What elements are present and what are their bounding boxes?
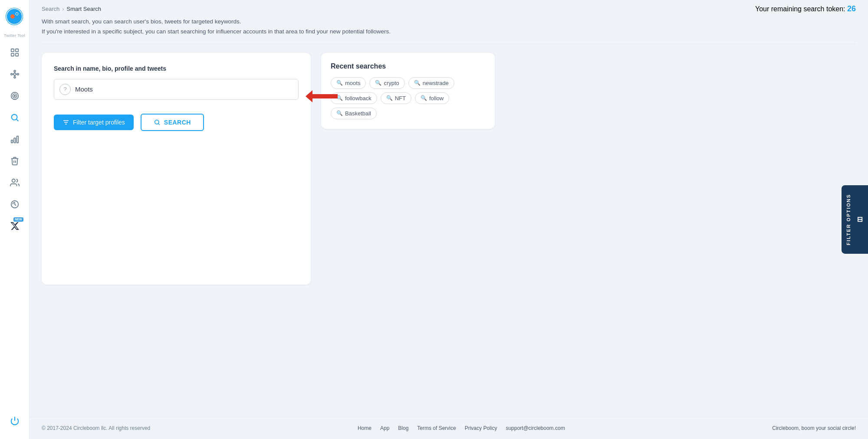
footer-link[interactable]: Privacy Policy [465, 425, 497, 431]
x-icon [10, 221, 20, 231]
tag-label: crypto [384, 80, 399, 86]
content-spacer [30, 285, 868, 417]
tag-label: Basketball [345, 110, 371, 117]
divider [42, 44, 856, 44]
new-badge: NEW [13, 217, 23, 222]
sidebar-logo-label: Twitter Tool [4, 33, 25, 38]
svg-rect-4 [11, 49, 13, 52]
svg-rect-23 [14, 138, 16, 143]
token-label: Your remaining search token: [755, 5, 845, 13]
sidebar-item-x[interactable]: NEW [5, 216, 24, 236]
search-input[interactable] [75, 85, 293, 93]
svg-point-31 [155, 120, 158, 124]
search-tag-icon: 🔍 [336, 80, 343, 86]
svg-rect-6 [11, 53, 13, 56]
svg-point-12 [14, 77, 16, 79]
svg-rect-24 [16, 136, 18, 143]
footer-links: HomeAppBlogTerms of ServicePrivacy Polic… [358, 425, 565, 431]
svg-point-20 [11, 115, 17, 120]
sidebar-item-users[interactable] [5, 173, 24, 192]
search-input-question-icon: ? [59, 84, 71, 95]
search-btn-label: SEARCH [164, 119, 191, 126]
recent-search-tag[interactable]: 🔍followback [331, 92, 377, 104]
sidebar-item-target[interactable] [5, 86, 24, 105]
recent-search-tag[interactable]: 🔍crypto [369, 77, 404, 89]
svg-point-10 [17, 73, 19, 75]
recent-search-tag[interactable]: 🔍Basketball [331, 108, 377, 119]
description: With smart search, you can search user's… [30, 13, 868, 44]
footer: © 2017-2024 Circleboom llc. All rights r… [30, 417, 868, 439]
recent-searches-title: Recent searches [331, 62, 485, 70]
svg-rect-7 [15, 53, 18, 56]
footer-slogan: Circleboom, boom your social circle! [772, 425, 856, 431]
footer-link[interactable]: Terms of Service [417, 425, 456, 431]
search-card: Search in name, bio, profile and tweets … [42, 53, 311, 285]
recent-searches-tags: 🔍moots🔍crypto🔍newstrade🔍followback🔍NFT🔍f… [331, 77, 485, 119]
tag-label: newstrade [423, 80, 449, 86]
footer-link[interactable]: App [380, 425, 389, 431]
arrow-body [312, 94, 338, 98]
refresh-icon [10, 200, 20, 209]
svg-point-25 [12, 179, 15, 182]
token-info: Your remaining search token: 26 [755, 4, 856, 13]
recent-searches-card: Recent searches 🔍moots🔍crypto🔍newstrade🔍… [321, 53, 495, 129]
sidebar-item-analytics[interactable] [5, 130, 24, 149]
search-button[interactable]: SEARCH [141, 114, 204, 131]
svg-line-32 [158, 124, 160, 125]
svg-point-19 [14, 95, 15, 97]
breadcrumb-separator: › [62, 6, 64, 12]
filter-btn-label: Filter target profiles [73, 119, 125, 126]
sidebar-item-dashboard[interactable] [5, 43, 24, 62]
power-icon [10, 416, 20, 426]
svg-point-9 [10, 73, 12, 75]
description-line1: With smart search, you can search user's… [42, 17, 856, 27]
sidebar-item-delete[interactable] [5, 151, 24, 170]
footer-link[interactable]: Blog [398, 425, 408, 431]
arrow-indicator [312, 94, 338, 98]
content-area: Search in name, bio, profile and tweets … [30, 53, 868, 285]
footer-link[interactable]: support@circleboom.com [506, 425, 565, 431]
filter-target-profiles-button[interactable]: Filter target profiles [54, 115, 134, 130]
search-tag-icon: 🔍 [386, 95, 393, 101]
search-input-wrapper: ? [54, 79, 299, 100]
recent-search-tag[interactable]: 🔍newstrade [408, 77, 454, 89]
twitter-tool-logo-icon [5, 7, 24, 26]
search-card-title: Search in name, bio, profile and tweets [54, 65, 299, 72]
svg-point-11 [14, 70, 16, 72]
search-tag-icon: 🔍 [414, 80, 421, 86]
search-button-icon [154, 119, 161, 126]
sidebar-item-refresh[interactable] [5, 195, 24, 214]
delete-icon [10, 156, 20, 166]
filter-panel-icon: ⊟ [856, 216, 863, 224]
tag-label: followback [345, 95, 372, 102]
svg-point-2 [10, 14, 15, 19]
svg-point-8 [13, 73, 16, 75]
footer-link[interactable]: Home [358, 425, 372, 431]
recent-search-tag[interactable]: 🔍NFT [381, 92, 411, 104]
sidebar-logo[interactable]: Twitter Tool [2, 5, 27, 39]
tag-label: follow [429, 95, 444, 102]
network-icon [10, 69, 20, 79]
top-bar: Search › Smart Search Your remaining sea… [30, 0, 868, 13]
filter-icon [62, 119, 69, 126]
users-icon [10, 178, 20, 187]
recent-search-tag[interactable]: 🔍moots [331, 77, 366, 89]
filter-options-panel[interactable]: ⊟ FILTER OPTIONS [842, 185, 868, 254]
recent-search-tag[interactable]: 🔍follow [415, 92, 449, 104]
sidebar-item-power[interactable] [5, 411, 24, 430]
sidebar: Twitter Tool [0, 0, 30, 439]
grid-icon [10, 48, 20, 57]
sidebar-item-network[interactable] [5, 65, 24, 84]
breadcrumb-current: Smart Search [67, 6, 101, 12]
token-count: 26 [847, 4, 856, 13]
sidebar-item-search[interactable] [5, 108, 24, 127]
svg-line-21 [16, 119, 18, 121]
search-tag-icon: 🔍 [336, 110, 343, 116]
tag-label: moots [345, 80, 360, 86]
tag-label: NFT [395, 95, 406, 102]
footer-copyright: © 2017-2024 Circleboom llc. All rights r… [42, 425, 150, 431]
target-icon [10, 91, 20, 101]
main-content: Search › Smart Search Your remaining sea… [30, 0, 868, 439]
description-line2: If you're interested in a specific subje… [42, 27, 856, 37]
breadcrumb-root[interactable]: Search [42, 6, 59, 12]
